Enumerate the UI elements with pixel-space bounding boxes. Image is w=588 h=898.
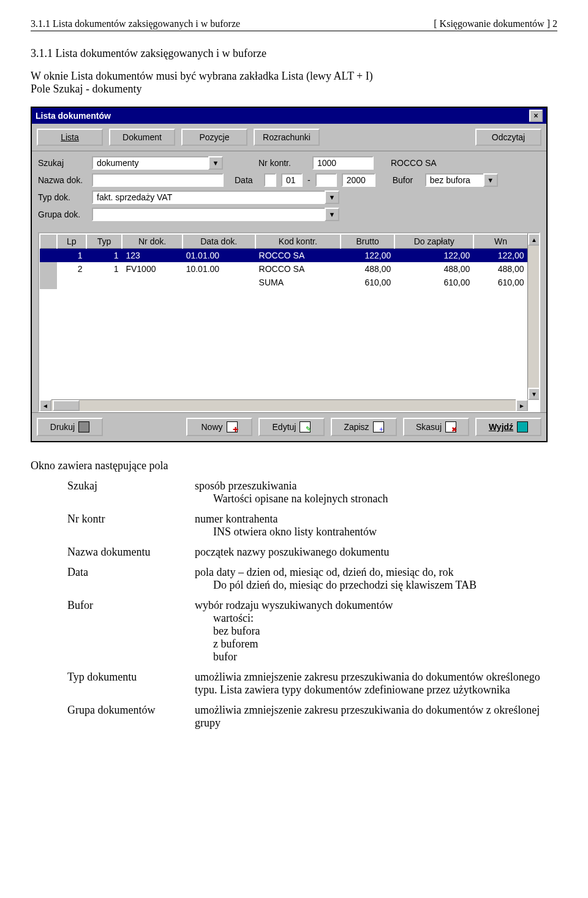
- page-header-left: 3.1.1 Lista dokumentów zaksięgowanych i …: [31, 18, 240, 29]
- typ-dok-input[interactable]: [92, 191, 325, 204]
- scroll-down-icon[interactable]: ▼: [528, 388, 540, 400]
- chevron-down-icon[interactable]: ▼: [325, 191, 339, 204]
- title-bar: Lista dokumentów ×: [32, 108, 546, 124]
- definition-row: Szukajsposób przeszukiwaniaWartości opis…: [31, 476, 557, 509]
- col-typ[interactable]: Typ: [86, 234, 123, 249]
- page-header: 3.1.1 Lista dokumentów zaksięgowanych i …: [31, 18, 557, 31]
- scroll-left-icon[interactable]: ◄: [39, 399, 51, 412]
- grupa-dok-combo[interactable]: ▼: [92, 208, 339, 221]
- definition-row: Grupa dokumentówumożliwia zmniejszenie z…: [31, 700, 557, 733]
- page-header-right: [ Księgowanie dokumentów ] 2: [434, 18, 557, 29]
- definition-term: Data: [31, 562, 192, 595]
- definition-term: Nazwa dokumentu: [31, 542, 192, 562]
- grupa-dok-input[interactable]: [92, 208, 325, 221]
- definition-term: Bufor: [31, 595, 192, 667]
- col-wn[interactable]: Wn: [473, 234, 527, 249]
- save-button[interactable]: Zapisz: [331, 418, 397, 436]
- nazwa-dok-input[interactable]: [92, 173, 224, 187]
- scroll-right-icon[interactable]: ►: [516, 399, 528, 412]
- window-title: Lista dokumentów: [36, 111, 111, 121]
- definition-row: Typ dokumentuumożliwia zmniejszenie zakr…: [31, 667, 557, 700]
- col-kod[interactable]: Kod kontr.: [255, 234, 341, 249]
- delete-button[interactable]: Skasuj: [403, 418, 469, 436]
- nazwa-dok-label: Nazwa dok.: [38, 175, 87, 185]
- documents-table: Lp Typ Nr dok. Data dok. Kod kontr. Brut…: [39, 233, 528, 289]
- bottom-toolbar: Drukuj Nowy Edytuj Zapisz Skasuj Wyjdź: [32, 412, 546, 441]
- close-icon[interactable]: ×: [529, 110, 543, 122]
- col-doz[interactable]: Do zapłaty: [394, 234, 473, 249]
- szukaj-input[interactable]: [92, 156, 208, 170]
- definition-desc: umożliwia zmniejszenie zakresu przeszuki…: [192, 700, 557, 733]
- szukaj-label: Szukaj: [38, 158, 87, 168]
- definition-row: Nazwa dokumentupoczątek nazwy poszukiwan…: [31, 542, 557, 562]
- typ-dok-combo[interactable]: ▼: [92, 191, 339, 204]
- table-header-row: Lp Typ Nr dok. Data dok. Kod kontr. Brut…: [40, 234, 528, 249]
- edit-icon: [300, 421, 311, 432]
- delete-icon: [445, 421, 456, 432]
- bufor-input[interactable]: [425, 173, 483, 187]
- horizontal-scrollbar[interactable]: ◄ ►: [39, 399, 528, 411]
- tab-lista[interactable]: Lista: [37, 129, 103, 146]
- szukaj-combo[interactable]: ▼: [92, 156, 223, 170]
- chevron-down-icon[interactable]: ▼: [483, 173, 498, 187]
- col-lp[interactable]: Lp: [57, 234, 86, 249]
- vertical-scrollbar[interactable]: ▲ ▼: [527, 233, 539, 400]
- table-row[interactable]: 1 1 123 01.01.00 ROCCO SA 122,00 122,00 …: [40, 249, 528, 263]
- col-brutto[interactable]: Brutto: [341, 234, 394, 249]
- date-month[interactable]: [315, 173, 337, 187]
- kontrahent-readout: ROCCO SA: [391, 158, 437, 168]
- read-button[interactable]: Odczytaj: [475, 129, 541, 146]
- definitions-table: Szukajsposób przeszukiwaniaWartości opis…: [31, 476, 557, 733]
- definition-row: Datapola daty – dzien od, miesiąc od, dz…: [31, 562, 557, 595]
- printer-icon: [78, 421, 89, 432]
- date-extra[interactable]: [264, 173, 276, 187]
- nr-kontr-label: Nr kontr.: [258, 158, 307, 168]
- new-button[interactable]: Nowy: [186, 418, 252, 436]
- section-title: 3.1.1 Lista dokumentów zaksięgowanych i …: [31, 47, 557, 60]
- col-marker: [40, 234, 57, 249]
- exit-button[interactable]: Wyjdź: [475, 418, 541, 436]
- typ-dok-label: Typ dok.: [38, 192, 87, 202]
- bufor-label: Bufor: [393, 175, 420, 185]
- grupa-dok-label: Grupa dok.: [38, 209, 87, 219]
- col-data[interactable]: Data dok.: [183, 234, 255, 249]
- date-day[interactable]: [281, 173, 303, 187]
- data-label: Data: [235, 175, 259, 185]
- defs-intro: Okno zawiera następujące pola: [31, 459, 557, 472]
- search-form: Szukaj ▼ Nr kontr. ROCCO SA Nazwa dok. D…: [32, 151, 546, 230]
- chevron-down-icon[interactable]: ▼: [208, 156, 223, 170]
- definition-term: Grupa dokumentów: [31, 700, 192, 733]
- grid: Lp Typ Nr dok. Data dok. Kod kontr. Brut…: [38, 232, 540, 412]
- date-year[interactable]: [342, 173, 375, 187]
- definition-row: Buforwybór rodzaju wyszukiwanych dokumen…: [31, 595, 557, 667]
- definition-desc: początek nazwy poszukiwanego dokumentu: [192, 542, 557, 562]
- tab-pozycje[interactable]: Pozycje: [181, 129, 247, 146]
- sum-row: SUMA 610,00 610,00 610,00: [40, 276, 528, 289]
- tab-dokument[interactable]: Dokument: [109, 129, 175, 146]
- nr-kontr-input[interactable]: [312, 156, 374, 170]
- definition-term: Typ dokumentu: [31, 667, 192, 700]
- definition-desc: umożliwia zmniejszenie zakresu przeszuki…: [192, 667, 557, 700]
- scroll-thumb[interactable]: [53, 400, 80, 411]
- definition-desc: pola daty – dzien od, miesiąc od, dzień …: [192, 562, 557, 595]
- exit-icon: [517, 421, 528, 432]
- tab-bar: Lista Dokument Pozycje Rozrachunki Odczy…: [32, 124, 546, 151]
- bufor-combo[interactable]: ▼: [425, 173, 498, 187]
- definition-term: Nr kontr: [31, 509, 192, 542]
- intro-text: W oknie Lista dokumentów musi być wybran…: [31, 70, 557, 96]
- definition-desc: wybór rodzaju wyszukiwanych dokumentówwa…: [192, 595, 557, 667]
- col-nr[interactable]: Nr dok.: [122, 234, 182, 249]
- save-icon: [373, 421, 384, 432]
- tab-rozrachunki[interactable]: Rozrachunki: [254, 129, 320, 146]
- new-icon: [227, 421, 238, 432]
- scroll-up-icon[interactable]: ▲: [528, 233, 540, 246]
- chevron-down-icon[interactable]: ▼: [325, 208, 339, 221]
- definition-term: Szukaj: [31, 476, 192, 509]
- table-row[interactable]: 2 1 FV1000 10.01.00 ROCCO SA 488,00 488,…: [40, 262, 528, 276]
- print-button[interactable]: Drukuj: [37, 418, 103, 436]
- definition-row: Nr kontrnumer kontrahentaINS otwiera okn…: [31, 509, 557, 542]
- edit-button[interactable]: Edytuj: [258, 418, 325, 436]
- definition-desc: numer kontrahentaINS otwiera okno listy …: [192, 509, 557, 542]
- definition-desc: sposób przeszukiwaniaWartości opisane na…: [192, 476, 557, 509]
- table-body: 1 1 123 01.01.00 ROCCO SA 122,00 122,00 …: [40, 249, 528, 290]
